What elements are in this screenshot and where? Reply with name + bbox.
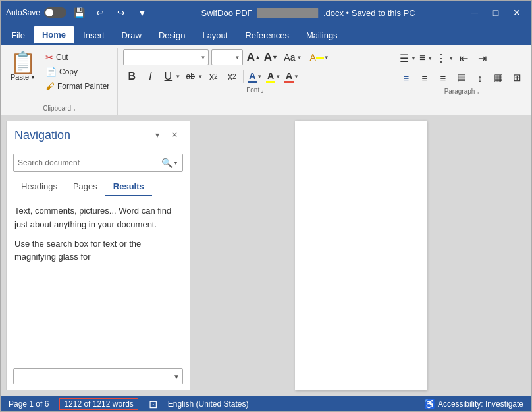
nav-minimize-icon[interactable]: ▾ <box>150 128 165 142</box>
menu-insert[interactable]: Insert <box>75 26 113 44</box>
multilevel-list-icon: ⋮ <box>434 51 448 66</box>
numbered-list-arrow: ▼ <box>427 55 433 61</box>
paste-icon: 📋 <box>10 52 36 73</box>
subscript-button[interactable]: x2 <box>205 68 222 85</box>
save-icon[interactable]: 💾 <box>70 4 88 21</box>
language-text: English (United States) <box>168 399 249 409</box>
navigation-pane: Navigation ▾ ✕ 🔍 ▼ Headings Pages Result… <box>6 121 190 390</box>
nav-close-icon[interactable]: ✕ <box>167 128 182 142</box>
format-painter-icon: 🖌 <box>45 81 55 92</box>
font-size-selector[interactable]: ▼ <box>211 49 243 65</box>
nav-search-container[interactable]: 🔍 ▼ <box>13 154 183 172</box>
clipboard-label: Clipboard ⌟ <box>6 103 112 113</box>
strikethrough-arrow: ▼ <box>198 74 203 80</box>
menu-references[interactable]: References <box>237 26 296 44</box>
font-size-value <box>215 53 217 61</box>
page-count: Page 1 of 6 <box>9 399 49 409</box>
highlight-color-button[interactable]: A ▼ <box>265 69 282 84</box>
customize-qat-icon[interactable]: ▼ <box>134 4 151 21</box>
autosave-toggle[interactable] <box>44 7 66 18</box>
increase-indent-button[interactable]: ⇥ <box>473 49 491 67</box>
decrease-indent-button[interactable]: ⇤ <box>455 49 472 67</box>
shading-button[interactable]: ▦ <box>490 69 507 86</box>
highlight-arrow: ▼ <box>275 74 280 80</box>
bold-button[interactable]: B <box>123 68 140 85</box>
superscript-button[interactable]: x2 <box>223 68 240 85</box>
redo-icon[interactable]: ↪ <box>113 4 130 21</box>
menu-home[interactable]: Home <box>34 26 74 44</box>
cut-button[interactable]: ✂ Cut <box>43 51 112 64</box>
numbered-list-icon: ≡ <box>417 51 427 65</box>
track-changes-symbol: ⊡ <box>149 398 157 411</box>
track-changes-icon[interactable]: ⊡ <box>149 398 157 411</box>
font-color-button[interactable]: A ▼ <box>246 69 263 84</box>
status-bar: Page 1 of 6 1212 of 1212 words ⊡ English… <box>1 396 531 412</box>
borders-button[interactable]: ⊞ <box>508 69 525 86</box>
copy-button[interactable]: 📄 Copy <box>43 65 112 78</box>
clipboard-small-buttons: ✂ Cut 📄 Copy 🖌 Format Painter <box>43 49 112 93</box>
nav-header-icons: ▾ ✕ <box>150 128 182 142</box>
decrease-indent-icon: ⇤ <box>460 52 468 65</box>
word-count-badge[interactable]: 1212 of 1212 words <box>59 398 138 410</box>
copy-icon: 📄 <box>45 67 57 77</box>
clipboard-group: 📋 Paste ▼ ✂ Cut 📄 Copy 🖌 Format P <box>1 48 118 115</box>
increase-indent-icon: ⇥ <box>478 52 487 65</box>
italic-button[interactable]: I <box>142 68 159 85</box>
bullet-list-icon: ☰ <box>398 51 411 66</box>
undo-icon[interactable]: ↩ <box>92 4 109 21</box>
paragraph-expander[interactable]: ⌟ <box>476 88 479 95</box>
align-left-button[interactable]: ≡ <box>398 69 415 86</box>
app-body: Navigation ▾ ✕ 🔍 ▼ Headings Pages Result… <box>1 115 531 396</box>
align-right-button[interactable]: ≡ <box>435 69 452 86</box>
window-title: SwifDoo PDF ██████████ .docx • Saved to … <box>156 8 460 18</box>
font-size-decrease[interactable]: A▼ <box>263 49 279 65</box>
bullet-list-button[interactable]: ☰ ▼ <box>398 51 416 66</box>
font-group: ▼ ▼ A▲ A▼ Aa ▼ A ▼ B I U <box>118 48 392 115</box>
highlight-bar <box>266 81 275 83</box>
align-center-button[interactable]: ≡ <box>416 69 433 86</box>
paragraph-group: ☰ ▼ ≡ ▼ ⋮ ▼ ⇤ ⇥ ≡ ≡ ≡ <box>392 48 531 115</box>
font-color2-button[interactable]: A ▼ <box>283 69 300 84</box>
menu-layout[interactable]: Layout <box>194 26 236 44</box>
nav-search-bottom[interactable]: ▼ <box>13 368 183 384</box>
menu-mailings[interactable]: Mailings <box>298 26 346 44</box>
underline-button[interactable]: U ▼ <box>160 68 181 85</box>
nav-tabs: Headings Pages Results <box>7 177 190 196</box>
align-justify-button[interactable]: ▤ <box>453 69 470 86</box>
multilevel-list-button[interactable]: ⋮ ▼ <box>434 51 454 66</box>
accessibility-item[interactable]: ♿ Accessibility: Investigate <box>424 399 523 409</box>
search-icon[interactable]: 🔍 ▼ <box>161 158 178 168</box>
title-bar: AutoSave 💾 ↩ ↪ ▼ SwifDoo PDF ██████████ … <box>1 1 531 24</box>
clipboard-expander[interactable]: ⌟ <box>72 105 75 112</box>
nav-search-bottom-arrow[interactable]: ▼ <box>173 373 180 380</box>
paste-button[interactable]: 📋 Paste ▼ <box>6 49 40 84</box>
nav-result-text2: Use the search box for text or the magni… <box>14 237 182 265</box>
search-input[interactable] <box>18 158 161 167</box>
tab-headings[interactable]: Headings <box>13 177 65 196</box>
tab-pages[interactable]: Pages <box>65 177 105 196</box>
font-size-increase[interactable]: A▲ <box>246 49 261 65</box>
format-painter-button[interactable]: 🖌 Format Painter <box>43 80 112 93</box>
document-area <box>190 115 531 396</box>
font-expander[interactable]: ⌟ <box>261 87 263 94</box>
strikethrough-button[interactable]: ab ▼ <box>182 68 203 85</box>
restore-button[interactable]: □ <box>487 3 505 22</box>
close-button[interactable]: ✕ <box>508 3 526 22</box>
numbered-list-button[interactable]: ≡ ▼ <box>417 51 433 65</box>
multilevel-list-arrow: ▼ <box>448 55 454 61</box>
tab-results[interactable]: Results <box>105 177 152 196</box>
font-color-arrow: ▼ <box>257 74 262 80</box>
menu-file[interactable]: File <box>3 26 33 44</box>
nav-content: Text, comments, pictures... Word can fin… <box>7 196 190 366</box>
clear-formatting-button[interactable]: A ▼ <box>307 49 331 65</box>
word-count-item[interactable]: 1212 of 1212 words <box>59 398 138 410</box>
menu-design[interactable]: Design <box>151 26 193 44</box>
change-case-button[interactable]: Aa ▼ <box>281 49 304 65</box>
minimize-button[interactable]: ─ <box>466 3 484 22</box>
font-face-arrow: ▼ <box>200 55 205 61</box>
paste-dropdown-arrow[interactable]: ▼ <box>30 74 36 80</box>
menu-draw[interactable]: Draw <box>114 26 149 44</box>
font-face-selector[interactable]: ▼ <box>123 49 209 65</box>
language-item[interactable]: English (United States) <box>168 399 249 409</box>
line-spacing-button[interactable]: ↕ <box>471 69 489 86</box>
